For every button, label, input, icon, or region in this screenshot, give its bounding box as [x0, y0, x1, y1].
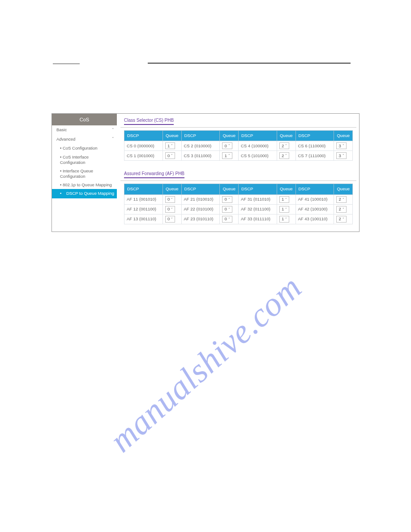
- dscp-cell: AF 42 (100100): [295, 204, 334, 214]
- dscp-cell: AF 31 (011010): [239, 194, 277, 204]
- watermark-text: manualshive.com: [102, 268, 309, 460]
- queue-value: 2: [282, 153, 284, 159]
- divider-top-left: [53, 64, 80, 64]
- chevron-down-icon: ˅: [285, 207, 287, 211]
- queue-value: 0: [167, 197, 170, 202]
- queue-cell: 0˅: [163, 214, 181, 224]
- th-queue: Queue: [163, 184, 181, 194]
- chevron-down-icon: ˅: [285, 154, 287, 158]
- queue-select[interactable]: 0˅: [222, 206, 232, 213]
- queue-select[interactable]: 0˅: [165, 206, 175, 213]
- chevron-down-icon: ˅: [171, 207, 173, 211]
- sidebar-item-label: DSCP to Queue Mapping: [66, 191, 114, 196]
- queue-cell: 1˅: [277, 194, 295, 204]
- sidebar-item-label: CoS Interface Configuration: [60, 154, 89, 164]
- queue-cell: 1˅: [277, 204, 295, 214]
- section-title-af: Assured Forwarding (AF) PHB: [124, 171, 184, 178]
- sidebar: CoS Basic ˅ Advanced ˄ • CoS Configurati…: [52, 114, 117, 232]
- queue-cell: 0˅: [163, 151, 181, 161]
- queue-select[interactable]: 1˅: [279, 216, 289, 223]
- queue-select[interactable]: 1˅: [165, 142, 175, 149]
- chevron-down-icon: ˅: [171, 154, 173, 158]
- queue-select[interactable]: 3˅: [336, 152, 346, 159]
- dscp-cell: AF 13 (001110): [124, 214, 163, 224]
- dscp-cell: CS 0 (000000): [124, 141, 163, 151]
- section-title-cs: Class Selector (CS) PHB: [124, 117, 174, 125]
- sidebar-item-basic[interactable]: Basic ˅: [52, 125, 117, 134]
- sidebar-sub-cos-interface-config[interactable]: • CoS Interface Configuration: [52, 153, 117, 167]
- queue-select[interactable]: 3˅: [336, 142, 346, 149]
- dscp-cell: AF 33 (011110): [239, 214, 277, 224]
- queue-cell: 2˅: [334, 214, 353, 224]
- queue-cell: 0˅: [163, 204, 181, 214]
- th-queue: Queue: [220, 184, 239, 194]
- queue-select[interactable]: 1˅: [222, 152, 232, 159]
- th-queue: Queue: [334, 131, 353, 141]
- chevron-down-icon: ˅: [228, 217, 230, 221]
- sidebar-item-label: Advanced: [56, 137, 75, 142]
- th-dscp: DSCP: [124, 184, 163, 194]
- queue-select[interactable]: 2˅: [336, 196, 346, 203]
- queue-select[interactable]: 2˅: [336, 216, 346, 223]
- queue-select[interactable]: 2˅: [279, 142, 289, 149]
- th-queue: Queue: [277, 131, 295, 141]
- queue-value: 0: [224, 197, 227, 202]
- divider-top-right: [148, 63, 351, 64]
- queue-cell: 0˅: [220, 204, 239, 214]
- chevron-down-icon: ˅: [342, 197, 344, 202]
- ui-screenshot: CoS Basic ˅ Advanced ˄ • CoS Configurati…: [51, 113, 360, 232]
- sidebar-sub-cos-config[interactable]: • CoS Configuration: [52, 144, 117, 153]
- chevron-down-icon: ˅: [171, 144, 173, 148]
- queue-select[interactable]: 0˅: [222, 196, 232, 203]
- queue-value: 2: [338, 197, 341, 202]
- chevron-down-icon: ˅: [285, 217, 287, 221]
- queue-value: 2: [338, 206, 341, 212]
- table-header-row: DSCP Queue DSCP Queue DSCP Queue DSCP Qu…: [124, 184, 353, 194]
- queue-cell: 0˅: [220, 214, 239, 224]
- queue-cell: 1˅: [220, 151, 239, 161]
- chevron-down-icon: ˅: [342, 144, 344, 148]
- queue-select[interactable]: 0˅: [222, 216, 232, 223]
- chevron-down-icon: ˅: [228, 154, 230, 158]
- queue-select[interactable]: 1˅: [279, 196, 289, 203]
- sidebar-sub-dscp-mapping[interactable]: • DSCP to Queue Mapping: [52, 189, 117, 198]
- page: manualshive.com CoS Basic ˅ Advanced ˄ •…: [0, 63, 411, 532]
- chevron-down-icon: ˅: [171, 197, 173, 202]
- divider: [120, 180, 356, 181]
- dscp-cell: AF 11 (001010): [124, 194, 163, 204]
- section-af: Assured Forwarding (AF) PHB DSCP Queue D…: [120, 170, 356, 227]
- queue-select[interactable]: 0˅: [165, 152, 175, 159]
- queue-cell: 3˅: [334, 141, 353, 151]
- dscp-cell: AF 43 (100110): [295, 214, 334, 224]
- queue-select[interactable]: 2˅: [336, 206, 346, 213]
- queue-cell: 2˅: [277, 141, 295, 151]
- chevron-down-icon: ˅: [112, 128, 114, 133]
- queue-select[interactable]: 0˅: [165, 216, 175, 223]
- chevron-up-icon: ˄: [112, 137, 114, 142]
- queue-value: 1: [282, 197, 284, 202]
- queue-value: 3: [338, 153, 341, 159]
- sidebar-sub-interface-queue-config[interactable]: • Interface Queue Configuration: [52, 167, 117, 180]
- queue-value: 1: [224, 153, 227, 159]
- queue-select[interactable]: 2˅: [279, 152, 289, 159]
- queue-value: 2: [338, 216, 341, 222]
- queue-value: 2: [282, 143, 284, 149]
- queue-cell: 0˅: [220, 141, 239, 151]
- queue-value: 0: [224, 143, 227, 149]
- table-row: CS 1 (001000) 0˅ CS 3 (011000) 1˅ CS 5 (…: [124, 151, 353, 161]
- queue-select[interactable]: 0˅: [222, 142, 232, 149]
- table-row: AF 13 (001110) 0˅ AF 23 (010110) 0˅ AF 3…: [124, 214, 353, 224]
- queue-cell: 1˅: [163, 141, 181, 151]
- queue-select[interactable]: 0˅: [165, 196, 175, 203]
- sidebar-sub-8021p-mapping[interactable]: • 802.1p to Queue Mapping: [52, 180, 117, 189]
- dscp-cell: AF 21 (010010): [181, 194, 220, 204]
- sidebar-item-advanced[interactable]: Advanced ˄: [52, 135, 117, 144]
- queue-select[interactable]: 1˅: [279, 206, 289, 213]
- th-dscp: DSCP: [239, 184, 277, 194]
- sidebar-title: CoS: [52, 114, 117, 125]
- dscp-cell: AF 32 (011100): [239, 204, 277, 214]
- th-queue: Queue: [334, 184, 353, 194]
- queue-value: 0: [224, 206, 227, 212]
- queue-cell: 3˅: [334, 151, 353, 161]
- chevron-down-icon: ˅: [285, 144, 287, 148]
